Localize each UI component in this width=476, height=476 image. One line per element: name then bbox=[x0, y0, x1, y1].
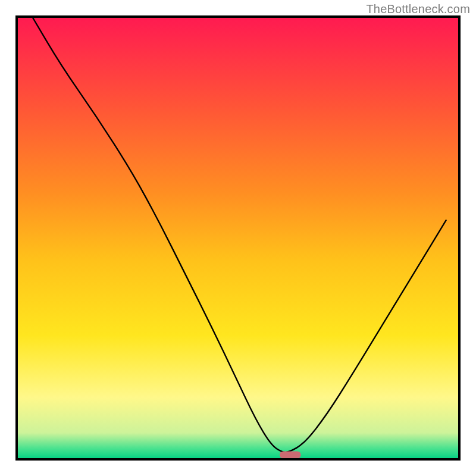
chart-svg bbox=[0, 0, 476, 476]
plot-area bbox=[17, 17, 459, 459]
chart-container: TheBottleneck.com bbox=[0, 0, 476, 476]
plot-background bbox=[17, 17, 459, 459]
attribution-text: TheBottleneck.com bbox=[366, 2, 470, 16]
minimum-marker bbox=[280, 452, 301, 459]
